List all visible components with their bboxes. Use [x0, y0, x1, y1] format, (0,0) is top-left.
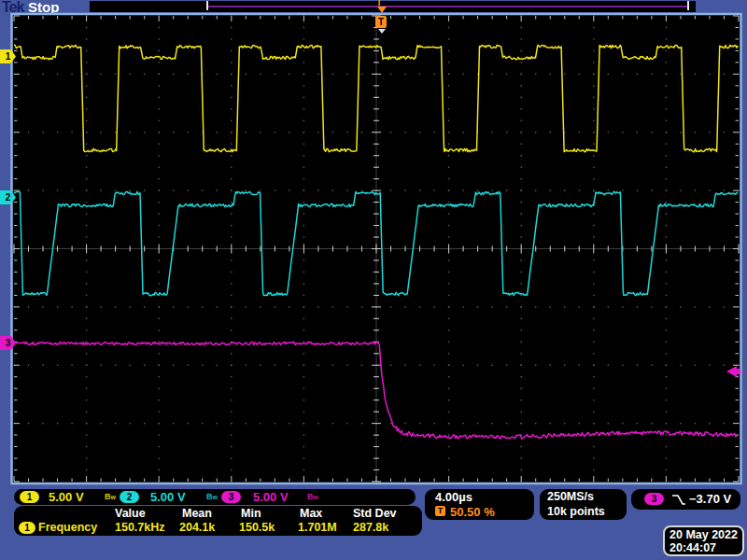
falling-edge-icon — [671, 494, 686, 506]
meas-header-mean: Mean — [182, 507, 212, 520]
channel-scales-readout: 1 5.00 V Bw 2 5.00 V Bw 3 5.00 V Bw — [14, 489, 416, 505]
channel2-bandwidth-icon: Bw — [206, 492, 218, 501]
meas-min: 150.5k — [239, 521, 275, 534]
trigger-level-value: −3.70 V — [689, 492, 731, 506]
datetime-readout: 20 May 2022 20:44:07 — [663, 525, 744, 556]
date-label: 20 May 2022 — [669, 528, 738, 541]
channel2-badge: 2 — [120, 491, 139, 503]
channel1-scale: 5.00 V — [49, 490, 84, 504]
time-label: 20:44:07 — [669, 541, 716, 554]
trigger-position-percent: 50.50 % — [450, 505, 495, 519]
meas-name: Frequency — [38, 521, 97, 534]
channel1-bandwidth-icon: Bw — [105, 492, 116, 501]
timebase-readout: 4.00µs T 50.50 % — [425, 489, 534, 520]
channel3-scale: 5.00 V — [253, 490, 289, 504]
meas-stddev: 287.8k — [353, 521, 388, 534]
meas-value: 150.7kHz — [115, 521, 165, 534]
channel2-scale: 5.00 V — [150, 490, 186, 504]
trigger-icon: T — [435, 506, 445, 516]
meas-max: 1.701M — [298, 521, 337, 534]
trigger-readout: 3 −3.70 V — [631, 489, 740, 510]
meas-mean: 204.1k — [179, 521, 215, 534]
meas-header-min: Min — [241, 507, 261, 520]
trigger-point-flag-icon: T — [375, 16, 387, 28]
trigger-source-badge: 3 — [644, 493, 664, 505]
oscilloscope-screen: Tek Stop T T 1 2 3 1 5.00 V Bw 2 5.00 V … — [0, 0, 747, 560]
meas-channel-badge: 1 — [19, 522, 35, 534]
meas-header-stddev: Std Dev — [353, 507, 397, 520]
channel3-bandwidth-icon: Bw — [307, 492, 318, 501]
channel3-badge: 3 — [221, 491, 241, 503]
timebase-scale: 4.00µs — [435, 490, 472, 504]
acquisition-readout: 250MS/s 10k points — [540, 489, 627, 520]
sample-rate: 250MS/s — [547, 490, 594, 503]
channel1-badge: 1 — [20, 491, 39, 503]
meas-header-max: Max — [300, 507, 322, 520]
graticule-display — [0, 0, 747, 560]
trigger-level-arrow-stub — [736, 369, 740, 374]
measurement-readout: Value Mean Min Max Std Dev 1 Frequency 1… — [14, 506, 422, 536]
trigger-point-caret-icon — [378, 29, 386, 34]
record-points: 10k points — [547, 505, 605, 518]
meas-header-value: Value — [115, 507, 146, 520]
